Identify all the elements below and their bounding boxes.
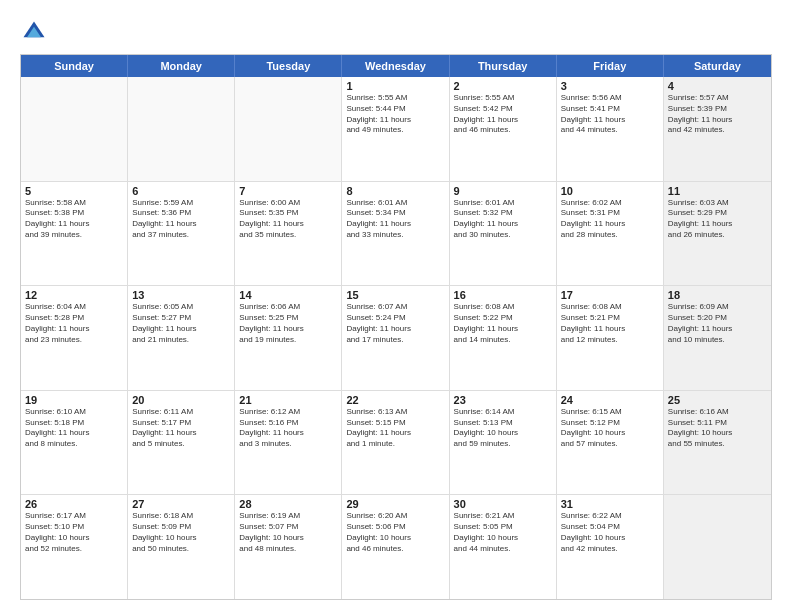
- cell-details: Sunrise: 6:16 AM Sunset: 5:11 PM Dayligh…: [668, 407, 767, 450]
- calendar-row-3: 19Sunrise: 6:10 AM Sunset: 5:18 PM Dayli…: [21, 391, 771, 496]
- calendar-cell-r3c0: 19Sunrise: 6:10 AM Sunset: 5:18 PM Dayli…: [21, 391, 128, 495]
- calendar-row-4: 26Sunrise: 6:17 AM Sunset: 5:10 PM Dayli…: [21, 495, 771, 599]
- cell-details: Sunrise: 6:15 AM Sunset: 5:12 PM Dayligh…: [561, 407, 659, 450]
- day-number: 1: [346, 80, 444, 92]
- header-day-wednesday: Wednesday: [342, 55, 449, 77]
- day-number: 6: [132, 185, 230, 197]
- cell-details: Sunrise: 6:20 AM Sunset: 5:06 PM Dayligh…: [346, 511, 444, 554]
- calendar-cell-r0c5: 3Sunrise: 5:56 AM Sunset: 5:41 PM Daylig…: [557, 77, 664, 181]
- header-day-friday: Friday: [557, 55, 664, 77]
- day-number: 28: [239, 498, 337, 510]
- logo: [20, 18, 52, 46]
- calendar-cell-r1c0: 5Sunrise: 5:58 AM Sunset: 5:38 PM Daylig…: [21, 182, 128, 286]
- cell-details: Sunrise: 6:06 AM Sunset: 5:25 PM Dayligh…: [239, 302, 337, 345]
- calendar-cell-r0c3: 1Sunrise: 5:55 AM Sunset: 5:44 PM Daylig…: [342, 77, 449, 181]
- calendar-cell-r0c6: 4Sunrise: 5:57 AM Sunset: 5:39 PM Daylig…: [664, 77, 771, 181]
- day-number: 18: [668, 289, 767, 301]
- calendar-cell-r1c2: 7Sunrise: 6:00 AM Sunset: 5:35 PM Daylig…: [235, 182, 342, 286]
- day-number: 11: [668, 185, 767, 197]
- calendar-cell-r2c1: 13Sunrise: 6:05 AM Sunset: 5:27 PM Dayli…: [128, 286, 235, 390]
- day-number: 16: [454, 289, 552, 301]
- calendar-cell-r1c5: 10Sunrise: 6:02 AM Sunset: 5:31 PM Dayli…: [557, 182, 664, 286]
- cell-details: Sunrise: 6:14 AM Sunset: 5:13 PM Dayligh…: [454, 407, 552, 450]
- day-number: 26: [25, 498, 123, 510]
- calendar-cell-r2c5: 17Sunrise: 6:08 AM Sunset: 5:21 PM Dayli…: [557, 286, 664, 390]
- calendar-cell-r4c5: 31Sunrise: 6:22 AM Sunset: 5:04 PM Dayli…: [557, 495, 664, 599]
- day-number: 2: [454, 80, 552, 92]
- cell-details: Sunrise: 6:04 AM Sunset: 5:28 PM Dayligh…: [25, 302, 123, 345]
- cell-details: Sunrise: 6:02 AM Sunset: 5:31 PM Dayligh…: [561, 198, 659, 241]
- day-number: 8: [346, 185, 444, 197]
- calendar-header: SundayMondayTuesdayWednesdayThursdayFrid…: [21, 55, 771, 77]
- cell-details: Sunrise: 5:55 AM Sunset: 5:44 PM Dayligh…: [346, 93, 444, 136]
- cell-details: Sunrise: 6:19 AM Sunset: 5:07 PM Dayligh…: [239, 511, 337, 554]
- cell-details: Sunrise: 6:18 AM Sunset: 5:09 PM Dayligh…: [132, 511, 230, 554]
- day-number: 30: [454, 498, 552, 510]
- day-number: 13: [132, 289, 230, 301]
- day-number: 4: [668, 80, 767, 92]
- cell-details: Sunrise: 6:08 AM Sunset: 5:22 PM Dayligh…: [454, 302, 552, 345]
- calendar-row-2: 12Sunrise: 6:04 AM Sunset: 5:28 PM Dayli…: [21, 286, 771, 391]
- day-number: 17: [561, 289, 659, 301]
- header: [20, 18, 772, 46]
- calendar-cell-r4c6: [664, 495, 771, 599]
- calendar-cell-r3c3: 22Sunrise: 6:13 AM Sunset: 5:15 PM Dayli…: [342, 391, 449, 495]
- day-number: 22: [346, 394, 444, 406]
- calendar-row-1: 5Sunrise: 5:58 AM Sunset: 5:38 PM Daylig…: [21, 182, 771, 287]
- calendar-row-0: 1Sunrise: 5:55 AM Sunset: 5:44 PM Daylig…: [21, 77, 771, 182]
- day-number: 15: [346, 289, 444, 301]
- calendar-cell-r2c3: 15Sunrise: 6:07 AM Sunset: 5:24 PM Dayli…: [342, 286, 449, 390]
- day-number: 14: [239, 289, 337, 301]
- day-number: 10: [561, 185, 659, 197]
- logo-icon: [20, 18, 48, 46]
- calendar-cell-r1c6: 11Sunrise: 6:03 AM Sunset: 5:29 PM Dayli…: [664, 182, 771, 286]
- day-number: 7: [239, 185, 337, 197]
- cell-details: Sunrise: 6:09 AM Sunset: 5:20 PM Dayligh…: [668, 302, 767, 345]
- day-number: 31: [561, 498, 659, 510]
- cell-details: Sunrise: 6:07 AM Sunset: 5:24 PM Dayligh…: [346, 302, 444, 345]
- cell-details: Sunrise: 6:11 AM Sunset: 5:17 PM Dayligh…: [132, 407, 230, 450]
- calendar-body: 1Sunrise: 5:55 AM Sunset: 5:44 PM Daylig…: [21, 77, 771, 599]
- calendar-cell-r1c1: 6Sunrise: 5:59 AM Sunset: 5:36 PM Daylig…: [128, 182, 235, 286]
- calendar-cell-r3c2: 21Sunrise: 6:12 AM Sunset: 5:16 PM Dayli…: [235, 391, 342, 495]
- day-number: 5: [25, 185, 123, 197]
- day-number: 25: [668, 394, 767, 406]
- header-day-thursday: Thursday: [450, 55, 557, 77]
- calendar-cell-r3c6: 25Sunrise: 6:16 AM Sunset: 5:11 PM Dayli…: [664, 391, 771, 495]
- day-number: 19: [25, 394, 123, 406]
- cell-details: Sunrise: 6:21 AM Sunset: 5:05 PM Dayligh…: [454, 511, 552, 554]
- calendar-cell-r0c0: [21, 77, 128, 181]
- calendar-cell-r4c2: 28Sunrise: 6:19 AM Sunset: 5:07 PM Dayli…: [235, 495, 342, 599]
- day-number: 12: [25, 289, 123, 301]
- header-day-saturday: Saturday: [664, 55, 771, 77]
- calendar-cell-r2c4: 16Sunrise: 6:08 AM Sunset: 5:22 PM Dayli…: [450, 286, 557, 390]
- calendar-cell-r4c1: 27Sunrise: 6:18 AM Sunset: 5:09 PM Dayli…: [128, 495, 235, 599]
- cell-details: Sunrise: 6:12 AM Sunset: 5:16 PM Dayligh…: [239, 407, 337, 450]
- page: SundayMondayTuesdayWednesdayThursdayFrid…: [0, 0, 792, 612]
- day-number: 29: [346, 498, 444, 510]
- cell-details: Sunrise: 5:55 AM Sunset: 5:42 PM Dayligh…: [454, 93, 552, 136]
- cell-details: Sunrise: 5:57 AM Sunset: 5:39 PM Dayligh…: [668, 93, 767, 136]
- calendar: SundayMondayTuesdayWednesdayThursdayFrid…: [20, 54, 772, 600]
- day-number: 21: [239, 394, 337, 406]
- day-number: 23: [454, 394, 552, 406]
- calendar-cell-r4c4: 30Sunrise: 6:21 AM Sunset: 5:05 PM Dayli…: [450, 495, 557, 599]
- calendar-cell-r2c2: 14Sunrise: 6:06 AM Sunset: 5:25 PM Dayli…: [235, 286, 342, 390]
- cell-details: Sunrise: 6:17 AM Sunset: 5:10 PM Dayligh…: [25, 511, 123, 554]
- calendar-cell-r1c3: 8Sunrise: 6:01 AM Sunset: 5:34 PM Daylig…: [342, 182, 449, 286]
- header-day-tuesday: Tuesday: [235, 55, 342, 77]
- cell-details: Sunrise: 6:01 AM Sunset: 5:32 PM Dayligh…: [454, 198, 552, 241]
- calendar-cell-r4c0: 26Sunrise: 6:17 AM Sunset: 5:10 PM Dayli…: [21, 495, 128, 599]
- cell-details: Sunrise: 5:58 AM Sunset: 5:38 PM Dayligh…: [25, 198, 123, 241]
- calendar-cell-r1c4: 9Sunrise: 6:01 AM Sunset: 5:32 PM Daylig…: [450, 182, 557, 286]
- calendar-cell-r2c6: 18Sunrise: 6:09 AM Sunset: 5:20 PM Dayli…: [664, 286, 771, 390]
- header-day-monday: Monday: [128, 55, 235, 77]
- calendar-cell-r0c2: [235, 77, 342, 181]
- day-number: 3: [561, 80, 659, 92]
- cell-details: Sunrise: 6:22 AM Sunset: 5:04 PM Dayligh…: [561, 511, 659, 554]
- calendar-cell-r3c1: 20Sunrise: 6:11 AM Sunset: 5:17 PM Dayli…: [128, 391, 235, 495]
- calendar-cell-r3c5: 24Sunrise: 6:15 AM Sunset: 5:12 PM Dayli…: [557, 391, 664, 495]
- calendar-cell-r4c3: 29Sunrise: 6:20 AM Sunset: 5:06 PM Dayli…: [342, 495, 449, 599]
- header-day-sunday: Sunday: [21, 55, 128, 77]
- day-number: 9: [454, 185, 552, 197]
